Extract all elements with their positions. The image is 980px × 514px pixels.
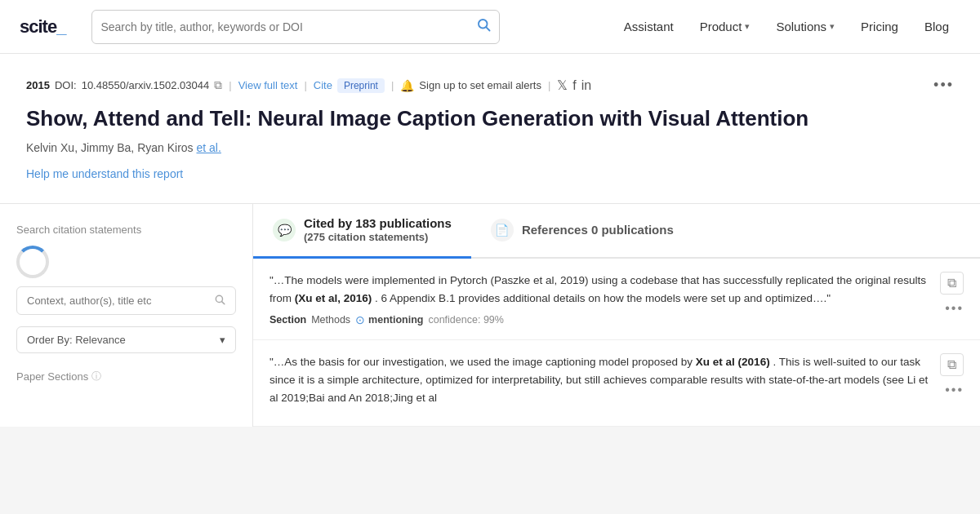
copy-citation-button[interactable]: ⧉ [940, 272, 964, 295]
facebook-icon[interactable]: f [572, 78, 576, 93]
paper-year: 2015 [26, 79, 50, 91]
tab-cited-by[interactable]: 💬 Cited by 183 publications (275 citatio… [253, 204, 471, 259]
references-label: References 0 publications [522, 222, 674, 238]
preprint-badge: Preprint [337, 78, 385, 93]
nav-solutions[interactable]: Solutions ▾ [764, 13, 846, 40]
svg-line-3 [222, 301, 225, 304]
cited-by-tab-icon: 💬 [273, 219, 296, 241]
card-quote: "…As the basis for our investigation, we… [270, 353, 930, 406]
paper-sections-info-icon[interactable]: ⓘ [91, 370, 101, 383]
card-quote: "…The models were implemented in Pytorch… [270, 272, 930, 307]
search-citations-input[interactable] [27, 295, 209, 307]
logo: scite_ [20, 16, 65, 38]
search-button[interactable] [476, 17, 491, 36]
cite-link[interactable]: Cite [314, 79, 332, 91]
nav-blog[interactable]: Blog [913, 13, 960, 40]
sidebar: Search citation statements Order By: Rel… [0, 204, 253, 427]
paper-doi: 10.48550/arxiv.1502.03044 [82, 79, 210, 91]
search-citations-icon [214, 294, 225, 308]
svg-line-1 [487, 27, 490, 30]
et-al-link[interactable]: et al. [197, 141, 221, 154]
tab-references[interactable]: 📄 References 0 publications [471, 204, 693, 259]
twitter-icon[interactable]: 𝕏 [557, 78, 568, 93]
copy-citation-button[interactable]: ⧉ [940, 353, 964, 376]
tabs-row: 💬 Cited by 183 publications (275 citatio… [253, 204, 980, 259]
citations-panel: 💬 Cited by 183 publications (275 citatio… [253, 204, 980, 427]
card-actions: ⧉ ••• [940, 353, 964, 397]
card-more-button[interactable]: ••• [945, 383, 964, 397]
alert-text[interactable]: Sign up to set email alerts [419, 79, 541, 91]
paper-meta: 2015 DOI: 10.48550/arxiv.1502.03044 ⧉ | … [26, 77, 954, 94]
search-bar [91, 10, 500, 44]
paper-doi-label: DOI: [55, 79, 77, 91]
loading-spinner [16, 246, 49, 278]
search-citations-label: Search citation statements [16, 224, 236, 236]
nav-product[interactable]: Product ▾ [688, 13, 762, 40]
card-more-button[interactable]: ••• [945, 301, 964, 316]
card-actions: ⧉ ••• [940, 272, 964, 316]
card-body: "…The models were implemented in Pytorch… [270, 272, 930, 326]
nav-pricing[interactable]: Pricing [849, 13, 910, 40]
bell-icon: 🔔 [400, 79, 414, 92]
references-tab-icon: 📄 [491, 219, 514, 241]
search-citations-container [16, 286, 236, 315]
citation-card: "…The models were implemented in Pytorch… [253, 259, 980, 340]
navbar: scite_ Assistant Product ▾ Solutions ▾ P… [0, 0, 980, 54]
paper-sections-label: Paper Sections ⓘ [16, 370, 236, 383]
cited-by-label: Cited by 183 publications [304, 215, 452, 232]
check-circle-icon: ⊙ [355, 313, 365, 326]
paper-authors: Kelvin Xu, Jimmy Ba, Ryan Kiros et al. [26, 141, 954, 154]
nav-assistant[interactable]: Assistant [612, 13, 685, 40]
more-options-button[interactable]: ••• [933, 77, 954, 94]
search-input[interactable] [100, 20, 476, 33]
help-understand-link[interactable]: Help me understand this report [26, 167, 183, 180]
citation-cards: "…The models were implemented in Pytorch… [253, 259, 980, 427]
cited-by-sublabel: (275 citation statements) [304, 231, 452, 245]
order-by-select[interactable]: Order By: Relevance ▾ [16, 326, 236, 353]
mentioning-badge: ⊙ mentioning [355, 313, 423, 326]
product-chevron-icon: ▾ [745, 21, 750, 32]
solutions-chevron-icon: ▾ [830, 21, 835, 32]
copy-doi-icon[interactable]: ⧉ [214, 78, 222, 92]
card-meta: Section Methods ⊙ mentioning confidence:… [270, 313, 930, 326]
view-full-text-link[interactable]: View full text [238, 79, 298, 91]
paper-header: 2015 DOI: 10.48550/arxiv.1502.03044 ⧉ | … [0, 54, 980, 204]
nav-links: Assistant Product ▾ Solutions ▾ Pricing … [612, 13, 960, 40]
citation-card: "…As the basis for our investigation, we… [253, 340, 980, 427]
paper-title: Show, Attend and Tell: Neural Image Capt… [26, 105, 954, 133]
linkedin-icon[interactable]: in [581, 78, 591, 93]
card-body: "…As the basis for our investigation, we… [270, 353, 930, 413]
main-content: Search citation statements Order By: Rel… [0, 204, 980, 427]
order-by-chevron-icon: ▾ [220, 334, 225, 346]
